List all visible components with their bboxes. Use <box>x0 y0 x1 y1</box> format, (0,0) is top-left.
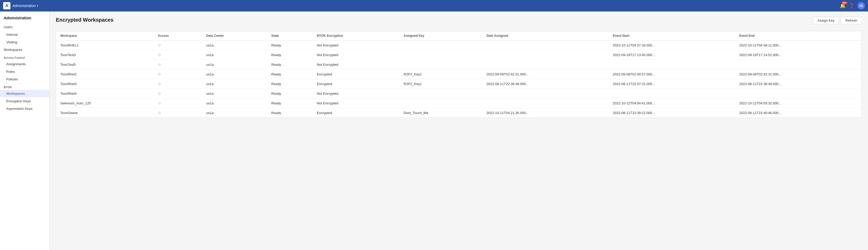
cell-byok-encryption: Encrypted <box>313 79 400 89</box>
col-workspace: Workspace <box>56 31 154 40</box>
refresh-button[interactable]: Refresh <box>841 17 862 24</box>
sidebar-item-label: Users <box>4 25 12 29</box>
cell-date-assigned <box>482 60 609 69</box>
sidebar-item-internal[interactable]: Internal <box>0 31 49 38</box>
table-row[interactable]: ToonTest5 ⊘ us1a Ready Not Encrypted <box>56 60 862 69</box>
cell-data-center: us1a <box>202 89 267 98</box>
app-name-dropdown[interactable]: Administration ▾ <box>12 4 38 8</box>
toolbar: Assign Key Refresh <box>813 17 862 24</box>
cell-workspace: Selenium_Auto_125 <box>56 98 154 108</box>
cell-state: Ready <box>267 89 312 98</box>
sidebar-item-label: Asymmetric Keys <box>6 107 32 111</box>
help-button[interactable]: ❓ <box>849 3 855 9</box>
table-row[interactable]: ToonGeese ⊘ us1a Ready Encrypted Dont_To… <box>56 108 862 118</box>
sidebar-item-encryption-keys[interactable]: Encryption Keys <box>0 97 49 105</box>
cell-state: Ready <box>267 108 312 118</box>
sidebar-item-asymmetric-keys[interactable]: Asymmetric Keys <box>0 105 49 113</box>
app-logo: A <box>3 2 10 9</box>
avatar[interactable]: SE <box>858 2 865 9</box>
cell-assigned-key <box>400 98 483 108</box>
cell-assigned-key: R2P2_Key1 <box>400 79 483 89</box>
cell-event-end: 2022-09-19T17:14:52.000... <box>735 50 862 60</box>
top-navigation: A Administration ▾ 🔔 99+ ❓ SE <box>0 0 868 11</box>
sidebar-item-policies[interactable]: Policies <box>0 75 49 83</box>
cell-assigned-key <box>400 89 483 98</box>
cell-data-center: us1a <box>202 98 267 108</box>
cell-assigned-key <box>400 40 483 50</box>
table-row[interactable]: ToonRhel2 ⊘ us1a Ready Encrypted R2P2_Ke… <box>56 69 862 79</box>
page-title: Encrypted Workspaces <box>56 17 114 23</box>
cell-access: ⊘ <box>154 60 202 69</box>
sidebar-item-label: Assignments <box>6 62 26 66</box>
sidebar-item-assignments[interactable]: Assignments <box>0 60 49 68</box>
table-row[interactable]: ToonRhel3 ⊘ us1a Ready Encrypted R2P2_Ke… <box>56 79 862 89</box>
cell-event-start <box>609 60 735 69</box>
sidebar-section-access-control: Access Control Assignments Roles Policie… <box>0 54 49 83</box>
cell-event-end: 2022-10-12T04:05:32.000... <box>735 98 862 108</box>
cell-workspace: ToonTest5 <box>56 60 154 69</box>
cell-assigned-key <box>400 60 483 69</box>
cell-byok-encryption: Not Encrypted <box>313 50 400 60</box>
sidebar-item-label: Visiting <box>6 40 17 44</box>
cell-event-end <box>735 89 862 98</box>
sidebar-item-users[interactable]: Users <box>0 23 49 31</box>
sidebar-section-byok: BYOK Workspaces Encryption Keys Asymmetr… <box>0 83 49 113</box>
lock-icon: ⊘ <box>158 91 161 95</box>
sidebar-item-roles[interactable]: Roles <box>0 68 49 75</box>
col-date-assigned: Date Assigned <box>482 31 609 40</box>
cell-access: ⊘ <box>154 89 202 98</box>
chevron-down-icon: ▾ <box>37 4 38 7</box>
notifications-button[interactable]: 🔔 99+ <box>840 3 845 9</box>
col-event-end: Event End <box>735 31 862 40</box>
cell-data-center: us1a <box>202 108 267 118</box>
notification-badge: 99+ <box>842 1 848 4</box>
cell-state: Ready <box>267 79 312 89</box>
cell-date-assigned <box>482 89 609 98</box>
cell-workspace: ToonRHEL1 <box>56 40 154 50</box>
cell-event-end: 2022-09-08T02:42:31.000... <box>735 69 862 79</box>
lock-icon: ⊘ <box>158 62 161 67</box>
cell-event-start: 2022-09-08T02:40:57.000... <box>609 69 735 79</box>
cell-byok-encryption: Encrypted <box>313 69 400 79</box>
assign-key-button[interactable]: Assign Key <box>813 17 839 24</box>
cell-state: Ready <box>267 50 312 60</box>
sidebar: Administration Users Internal Visiting W… <box>0 11 50 123</box>
lock-icon: ⊘ <box>158 72 161 76</box>
sidebar-item-label: Workspaces <box>6 92 25 95</box>
table-row[interactable]: ToonRHEL1 ⊘ us1a Ready Not Encrypted 202… <box>56 40 862 50</box>
cell-data-center: us1a <box>202 50 267 60</box>
cell-event-start: 2022-09-19T17:13:45.000... <box>609 50 735 60</box>
sidebar-title: Administration <box>0 11 49 23</box>
table-row[interactable]: Selenium_Auto_125 ⊘ us1a Ready Not Encry… <box>56 98 862 108</box>
cell-workspace: ToonGeese <box>56 108 154 118</box>
cell-byok-encryption: Not Encrypted <box>313 60 400 69</box>
cell-access: ⊘ <box>154 108 202 118</box>
lock-icon: ⊘ <box>158 43 161 47</box>
cell-workspace: ToonTest3 <box>56 50 154 60</box>
cell-workspace: ToonRhel4 <box>56 89 154 98</box>
cell-access: ⊘ <box>154 40 202 50</box>
col-state: State <box>267 31 312 40</box>
col-byok-encryption: BYOK Encryption <box>313 31 400 40</box>
cell-assigned-key: R2P2_Key1 <box>400 69 483 79</box>
cell-access: ⊘ <box>154 79 202 89</box>
cell-event-start: 2022-08-11T22:37:31.000... <box>609 79 735 89</box>
cell-byok-encryption: Not Encrypted <box>313 40 400 50</box>
cell-access: ⊘ <box>154 50 202 60</box>
sidebar-item-visiting[interactable]: Visiting <box>0 38 49 46</box>
cell-workspace: ToonRhel3 <box>56 79 154 89</box>
cell-date-assigned: 2022-10-11T04:21:26.000... <box>482 108 609 118</box>
sidebar-item-workspaces-top[interactable]: Workspaces <box>0 46 49 54</box>
cell-date-assigned <box>482 50 609 60</box>
cell-state: Ready <box>267 69 312 79</box>
table-row[interactable]: ToonRhel4 ⊘ us1a Ready Not Encrypted <box>56 89 862 98</box>
table-row[interactable]: ToonTest3 ⊘ us1a Ready Not Encrypted 202… <box>56 50 862 60</box>
table-body: ToonRHEL1 ⊘ us1a Ready Not Encrypted 202… <box>56 40 862 118</box>
cell-access: ⊘ <box>154 98 202 108</box>
sidebar-item-byok-workspaces[interactable]: Workspaces <box>0 90 49 97</box>
sidebar-section-main: Users Internal Visiting Workspaces <box>0 23 49 54</box>
lock-icon: ⊘ <box>158 82 161 86</box>
cell-access: ⊘ <box>154 69 202 79</box>
cell-date-assigned <box>482 40 609 50</box>
layout: Administration Users Internal Visiting W… <box>0 11 868 123</box>
